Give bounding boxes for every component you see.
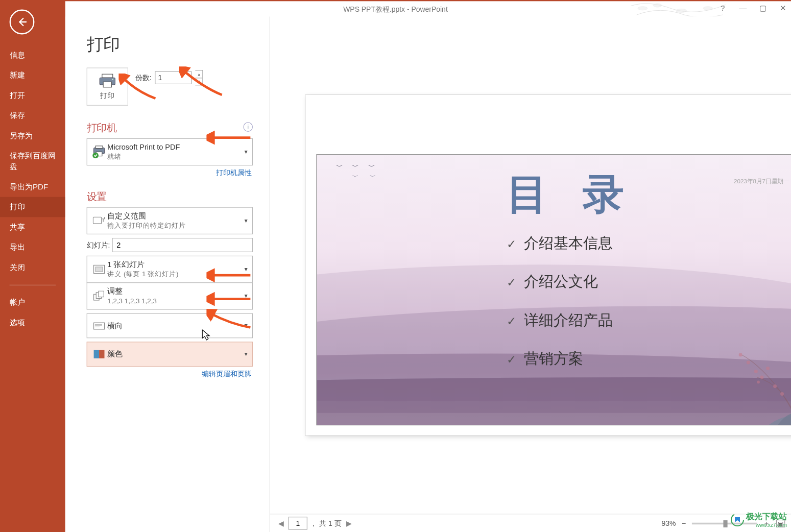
copies-input[interactable] bbox=[155, 71, 192, 84]
printer-section-label: 打印机 bbox=[87, 122, 117, 133]
chevron-down-icon: ▼ bbox=[244, 351, 249, 357]
svg-point-11 bbox=[92, 153, 99, 159]
svg-rect-14 bbox=[95, 267, 103, 272]
print-range-select[interactable]: 自定义范围 输入要打印的特定幻灯片 ▼ bbox=[87, 207, 253, 234]
next-page-button[interactable]: ▶ bbox=[344, 519, 354, 527]
svg-point-27 bbox=[760, 376, 764, 379]
nav-item[interactable]: 新建 bbox=[0, 65, 65, 86]
svg-rect-23 bbox=[99, 350, 104, 358]
nav-item[interactable]: 导出为PDF bbox=[0, 177, 65, 197]
backstage-sidebar: 信息新建打开保存另存为保存到百度网盘导出为PDF打印共享导出关闭 帐户选项 bbox=[0, 0, 65, 532]
maximize-icon[interactable]: ▢ bbox=[759, 4, 767, 12]
collate-icon bbox=[92, 291, 106, 301]
printer-properties-link[interactable]: 打印机属性 bbox=[87, 168, 252, 178]
nav-item[interactable]: 信息 bbox=[0, 45, 65, 65]
toc-item: 介绍公文化 bbox=[507, 272, 613, 291]
slide-date: 2023年8月7日星期一 bbox=[734, 177, 789, 185]
orientation-select[interactable]: 横向 ▼ bbox=[87, 313, 253, 338]
layout-icon bbox=[92, 264, 106, 275]
blossom-decoration bbox=[698, 336, 791, 425]
color-select[interactable]: 颜色 ▼ bbox=[87, 342, 253, 367]
slides-range-icon bbox=[92, 215, 106, 226]
info-icon[interactable]: i bbox=[243, 122, 253, 132]
page-input[interactable] bbox=[289, 517, 307, 530]
printer-name: Microsoft Print to PDF bbox=[107, 142, 249, 153]
minimize-icon[interactable]: — bbox=[739, 4, 747, 12]
svg-point-28 bbox=[766, 367, 770, 370]
chevron-down-icon: ▼ bbox=[244, 323, 249, 329]
toc-item: 营销方案 bbox=[507, 349, 613, 368]
back-arrow-icon bbox=[17, 17, 28, 28]
svg-point-26 bbox=[754, 370, 758, 373]
help-icon[interactable]: ? bbox=[718, 4, 727, 12]
edit-header-footer-link[interactable]: 编辑页眉和页脚 bbox=[87, 369, 252, 379]
svg-rect-22 bbox=[94, 350, 99, 358]
nav-item[interactable]: 打开 bbox=[0, 85, 65, 106]
chevron-down-icon: ▼ bbox=[244, 149, 249, 155]
chevron-down-icon: ▼ bbox=[244, 217, 249, 224]
svg-rect-17 bbox=[99, 291, 104, 297]
nav-item[interactable]: 保存 bbox=[0, 106, 65, 126]
svg-rect-9 bbox=[95, 146, 103, 149]
mouse-cursor-icon bbox=[202, 329, 211, 341]
color-icon bbox=[92, 349, 106, 359]
svg-point-1 bbox=[653, 4, 661, 7]
close-icon[interactable]: ✕ bbox=[779, 4, 787, 12]
toc-item: 详细介绍产品 bbox=[507, 310, 613, 330]
printer-select[interactable]: Microsoft Print to PDF 就绪 ▼ bbox=[87, 138, 253, 165]
svg-point-0 bbox=[638, 7, 648, 10]
chevron-down-icon: ▼ bbox=[244, 293, 249, 299]
nav-item[interactable]: 保存到百度网盘 bbox=[0, 146, 65, 177]
prev-page-button[interactable]: ◀ bbox=[276, 519, 286, 527]
nav-item[interactable]: 选项 bbox=[0, 312, 65, 333]
watermark-logo-icon bbox=[731, 513, 744, 526]
page-separator: ， bbox=[310, 518, 317, 528]
svg-point-29 bbox=[773, 384, 777, 388]
watermark: 极光下载站 www.xz7.com bbox=[731, 512, 787, 528]
svg-rect-4 bbox=[102, 74, 113, 78]
slide-title: 目 录 bbox=[507, 167, 636, 223]
copies-spinner[interactable]: ▲▼ bbox=[196, 70, 203, 85]
svg-point-7 bbox=[112, 79, 113, 80]
slides-label: 幻灯片: bbox=[87, 240, 110, 250]
bird-decoration: ﹀ ﹀ ﹀ bbox=[336, 162, 379, 172]
svg-rect-6 bbox=[103, 82, 111, 87]
chevron-down-icon: ▼ bbox=[244, 267, 249, 273]
nav-item[interactable]: 导出 bbox=[0, 237, 65, 258]
nav-item[interactable]: 另存为 bbox=[0, 126, 65, 146]
svg-point-25 bbox=[747, 360, 750, 364]
zoom-out-button[interactable]: − bbox=[682, 519, 686, 527]
printer-status-icon bbox=[92, 146, 106, 159]
toc-item: 介绍基本信息 bbox=[507, 233, 613, 253]
layout-select[interactable]: 1 张幻灯片 讲义 (每页 1 张幻灯片) ▼ bbox=[87, 256, 253, 283]
svg-rect-12 bbox=[93, 217, 101, 224]
svg-point-30 bbox=[780, 392, 784, 396]
slide-preview: ﹀ ﹀ ﹀ ﹀ ﹀ 目 录 2023年8月7日星期一 介绍基本信息介绍公文化详细… bbox=[316, 154, 791, 425]
svg-point-3 bbox=[703, 7, 713, 10]
back-button[interactable] bbox=[10, 10, 35, 35]
svg-point-31 bbox=[757, 380, 760, 383]
page-title: 打印 bbox=[87, 33, 253, 56]
nav-item[interactable]: 帐户 bbox=[0, 293, 65, 313]
svg-point-2 bbox=[676, 9, 687, 12]
orientation-icon bbox=[92, 320, 106, 331]
zoom-value: 93% bbox=[662, 519, 676, 527]
print-button-label: 打印 bbox=[100, 90, 114, 101]
window-title: WPS PPT教程.pptx - PowerPoint bbox=[343, 5, 448, 15]
bird-decoration: ﹀ ﹀ bbox=[352, 173, 380, 181]
slides-input[interactable] bbox=[112, 238, 253, 252]
copies-label: 份数: bbox=[135, 72, 152, 83]
page-total: 共 1 页 bbox=[319, 518, 341, 528]
collate-select[interactable]: 调整 1,2,3 1,2,3 1,2,3 ▼ bbox=[87, 282, 253, 309]
printer-status: 就绪 bbox=[107, 152, 249, 161]
printer-icon bbox=[99, 72, 116, 88]
nav-item[interactable]: 打印 bbox=[0, 197, 65, 217]
nav-item[interactable]: 共享 bbox=[0, 217, 65, 237]
print-button[interactable]: 打印 bbox=[87, 67, 128, 105]
nav-item[interactable]: 关闭 bbox=[0, 257, 65, 278]
svg-point-24 bbox=[739, 353, 742, 356]
settings-section-label: 设置 bbox=[87, 191, 107, 202]
